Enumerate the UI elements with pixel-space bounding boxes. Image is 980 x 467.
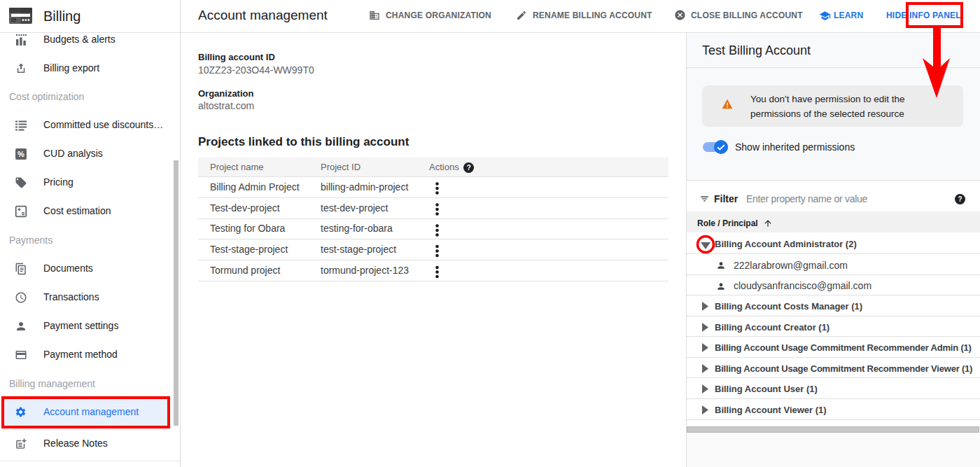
svg-text:?: ? [958,195,962,203]
svg-text:?: ? [466,163,470,172]
svg-text:%: % [18,150,24,158]
